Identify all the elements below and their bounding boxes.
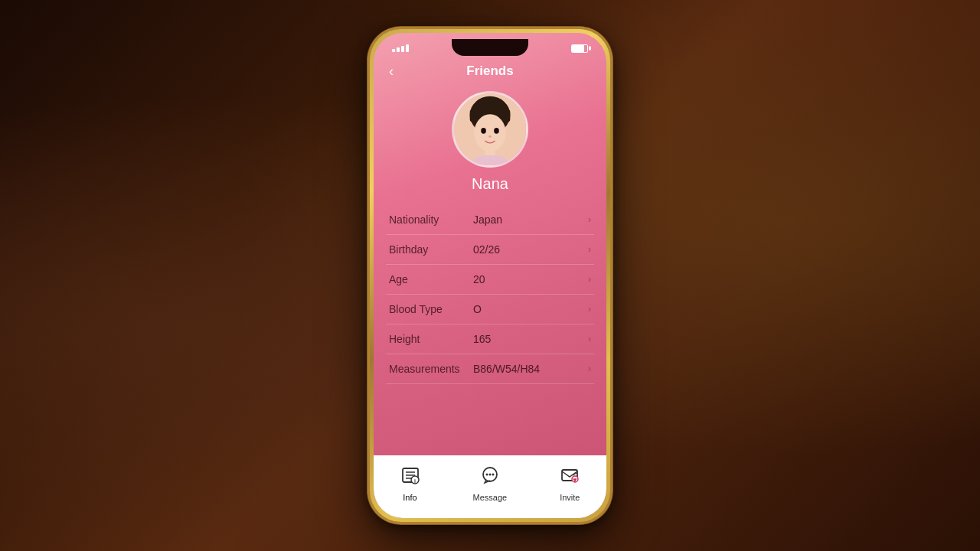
tab-message[interactable]: Message	[461, 462, 520, 505]
chevron-right-icon: ›	[588, 364, 591, 374]
info-row[interactable]: Blood Type O ›	[386, 295, 594, 324]
info-label: Measurements	[389, 363, 473, 375]
svg-point-3	[474, 114, 505, 152]
info-value: B86/W54/H84	[473, 363, 588, 375]
tab-info[interactable]: i Info	[388, 462, 433, 505]
profile-section: Nana	[374, 85, 606, 205]
app-header: ‹ Friends	[374, 60, 606, 85]
svg-point-18	[492, 474, 494, 476]
svg-point-16	[485, 474, 488, 476]
info-list: Nationality Japan › Birthday 02/26 › Age…	[374, 205, 606, 455]
info-label: Birthday	[389, 243, 473, 256]
tab-invite[interactable]: ♥ Invite	[547, 462, 592, 505]
page-title: Friends	[466, 64, 513, 79]
message-icon	[480, 465, 500, 490]
invite-icon: ♥	[560, 465, 580, 490]
info-label: Height	[389, 333, 473, 345]
avatar	[452, 91, 528, 168]
tab-bar: i Info Message ♥ Invite	[374, 455, 606, 518]
info-value: 165	[473, 333, 588, 345]
info-row[interactable]: Measurements B86/W54/H84 ›	[386, 354, 594, 384]
info-label: Nationality	[389, 214, 473, 226]
phone-frame: ‹ Friends	[368, 27, 612, 524]
phone-notch	[452, 39, 528, 56]
info-row[interactable]: Birthday 02/26 ›	[386, 235, 594, 265]
info-row[interactable]: Nationality Japan ›	[386, 205, 594, 235]
info-icon: i	[400, 465, 420, 490]
chevron-right-icon: ›	[588, 274, 591, 285]
chevron-right-icon: ›	[588, 304, 591, 315]
info-value: Japan	[473, 214, 588, 226]
info-label: Age	[389, 273, 473, 285]
profile-name: Nana	[472, 175, 508, 193]
phone-screen: ‹ Friends	[374, 33, 606, 518]
invite-label: Invite	[560, 493, 580, 502]
info-value: 02/26	[473, 243, 588, 256]
svg-point-6	[488, 135, 492, 138]
svg-point-17	[488, 474, 491, 476]
avatar-image	[454, 93, 526, 165]
back-button[interactable]: ‹	[389, 64, 394, 80]
svg-text:i: i	[414, 478, 416, 484]
info-row[interactable]: Age 20 ›	[386, 265, 594, 295]
phone-device: ‹ Friends	[368, 27, 612, 524]
info-label: Blood Type	[389, 303, 473, 315]
info-row[interactable]: Height 165 ›	[386, 324, 594, 354]
battery-icon	[571, 44, 588, 53]
chevron-right-icon: ›	[588, 334, 591, 344]
signal-icon	[392, 44, 409, 52]
info-value: 20	[473, 273, 588, 285]
svg-point-4	[481, 128, 486, 134]
chevron-right-icon: ›	[588, 244, 591, 255]
svg-text:♥: ♥	[573, 476, 577, 484]
message-label: Message	[473, 493, 508, 502]
chevron-right-icon: ›	[588, 214, 591, 225]
svg-point-5	[494, 128, 499, 134]
info-label: Info	[403, 493, 416, 502]
info-value: O	[473, 303, 588, 315]
